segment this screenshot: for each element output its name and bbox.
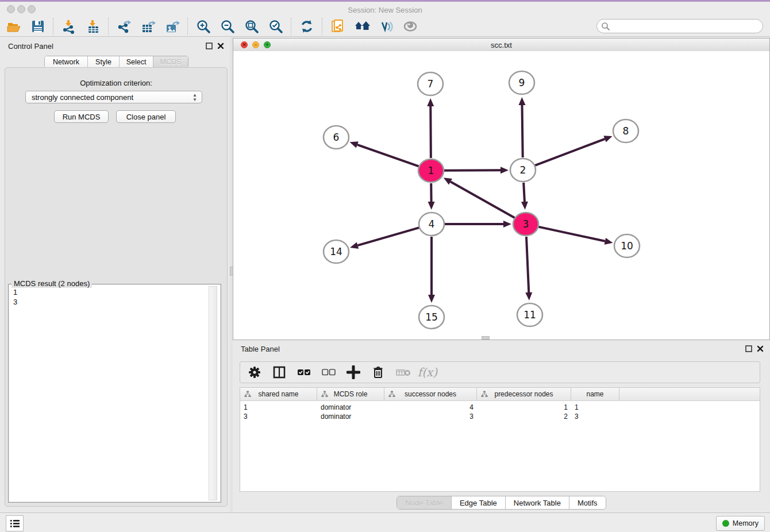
zoom-selected-icon[interactable] [268,18,284,34]
home-icon[interactable] [354,18,370,34]
optimization-criterion-value: strongly connected component [32,93,133,102]
chevron-up-down-icon: ▲▼ [192,93,197,102]
table-cell[interactable]: 2 [477,412,571,421]
tab-network-table[interactable]: Network Table [506,496,569,509]
network-view-window: ✕ − + scc.txt 1234678910111415 [233,38,770,340]
delete-table-disabled-icon [395,365,410,380]
table-cell[interactable]: 3 [571,412,619,421]
open-session-icon[interactable] [6,18,22,34]
graph-node-label: 11 [523,309,536,321]
close-panel-button[interactable]: Close panel [116,110,176,123]
function-builder-disabled-icon: f(x) [420,365,435,380]
close-panel-icon[interactable] [757,345,764,352]
graph-node-label: 4 [429,218,435,230]
tab-select[interactable]: Select [120,56,153,68]
graph-edge-2-8[interactable] [535,139,605,165]
task-history-button[interactable] [6,515,24,531]
column-type-icon [244,391,251,398]
export-network-icon[interactable] [116,18,132,34]
optimization-criterion-label: Optimization criterion: [0,79,232,87]
delete-row-icon[interactable] [371,365,386,380]
column-header-name[interactable]: name [571,388,619,400]
table-cell[interactable]: 1 [571,403,619,412]
select-all-checked-icon[interactable] [297,365,311,380]
column-header-MCDS-role[interactable]: MCDS role [317,388,384,400]
run-mcds-button[interactable]: Run MCDS [54,110,109,123]
graph-node-label: 8 [623,125,629,137]
mcds-result-textarea[interactable]: 1 3 [9,285,220,502]
table-row[interactable]: 3dominator323 [240,412,760,421]
import-table-icon[interactable] [85,18,101,34]
tab-mcds[interactable]: MCDS [153,56,188,68]
graph-edge-4-14[interactable] [357,228,419,245]
column-header-shared-name[interactable]: shared name [240,388,317,400]
column-header-label: successor nodes [405,390,456,398]
float-panel-icon[interactable] [206,43,213,49]
table-row[interactable]: 1dominator411 [240,403,760,412]
graph-edge-3-1[interactable] [451,182,515,218]
column-header-predecessor-nodes[interactable]: predecessor nodes [477,388,571,400]
table-cell[interactable]: 4 [384,403,477,412]
save-session-icon[interactable] [30,18,46,34]
add-row-icon[interactable] [346,365,361,380]
column-type-icon [388,391,395,398]
wave-icon[interactable] [378,18,394,34]
graph-edge-3-10[interactable] [538,227,605,241]
column-header-label: MCDS role [334,390,368,398]
float-panel-icon[interactable] [745,345,752,352]
graph-node-label: 15 [425,311,438,323]
deselect-all-icon[interactable] [321,365,336,380]
tab-motifs[interactable]: Motifs [569,496,606,509]
control-panel-title: Control Panel [8,42,53,51]
show-hide-eye-icon[interactable] [402,18,418,34]
tab-edge-table[interactable]: Edge Table [452,496,506,509]
memory-button[interactable]: Memory [716,516,765,531]
tab-node-table[interactable]: Node Table [397,496,452,509]
network-window-title: scc.txt [233,41,769,49]
close-panel-icon[interactable] [217,43,224,49]
graph-edge-2-9[interactable] [522,105,523,157]
node-table-header: shared nameMCDS rolesuccessor nodesprede… [240,388,760,401]
tab-style[interactable]: Style [88,56,120,68]
toolbar-separator [108,18,109,35]
memory-label: Memory [733,519,759,527]
mcds-result-scrollbar[interactable] [209,286,217,500]
network-resize-handle[interactable] [482,336,490,340]
mcds-result-group: 1 3 MCDS result (2 nodes) [8,284,221,503]
graph-edge-1-7[interactable] [430,106,431,158]
mcds-result-values: 1 3 [13,287,17,307]
settings-gear-icon[interactable] [247,365,262,380]
status-bar: Memory [0,512,770,532]
table-cell[interactable]: 1 [240,403,317,412]
graph-edge-1-2[interactable] [444,170,500,171]
search-box [596,19,763,33]
optimization-criterion-select[interactable]: strongly connected component ▲▼ [25,91,202,103]
apply-layout-icon[interactable] [299,18,315,34]
column-header-successor-nodes[interactable]: successor nodes [384,388,477,400]
table-panel-title: Table Panel [241,345,280,353]
column-type-icon [321,391,328,398]
table-cell[interactable]: dominator [317,412,384,421]
zoom-fit-icon[interactable] [244,18,260,34]
toolbar-separator [187,18,188,35]
zoom-in-icon[interactable] [195,18,211,34]
table-cell[interactable]: dominator [317,403,384,412]
toolbar-separator [322,18,323,35]
table-cell[interactable]: 3 [384,412,477,421]
import-network-icon[interactable] [61,18,77,34]
table-cell[interactable]: 1 [477,403,571,412]
export-table-icon[interactable] [140,18,156,34]
table-tabs: Node Table Edge Table Network Table Moti… [233,496,770,510]
export-image-icon[interactable] [164,18,180,34]
columns-icon[interactable] [272,365,287,380]
graph-edge-1-6[interactable] [357,145,419,167]
network-window-titlebar[interactable]: ✕ − + scc.txt [233,38,769,52]
table-cell[interactable]: 3 [240,412,317,421]
zoom-out-icon[interactable] [220,18,236,34]
search-input[interactable] [612,20,758,32]
graph-edge-3-11[interactable] [526,237,529,292]
network-canvas[interactable]: 1234678910111415 [233,51,769,340]
graph-edge-2-3[interactable] [523,183,525,202]
tab-network[interactable]: Network [45,56,88,68]
open-network-file-icon[interactable] [330,18,346,34]
